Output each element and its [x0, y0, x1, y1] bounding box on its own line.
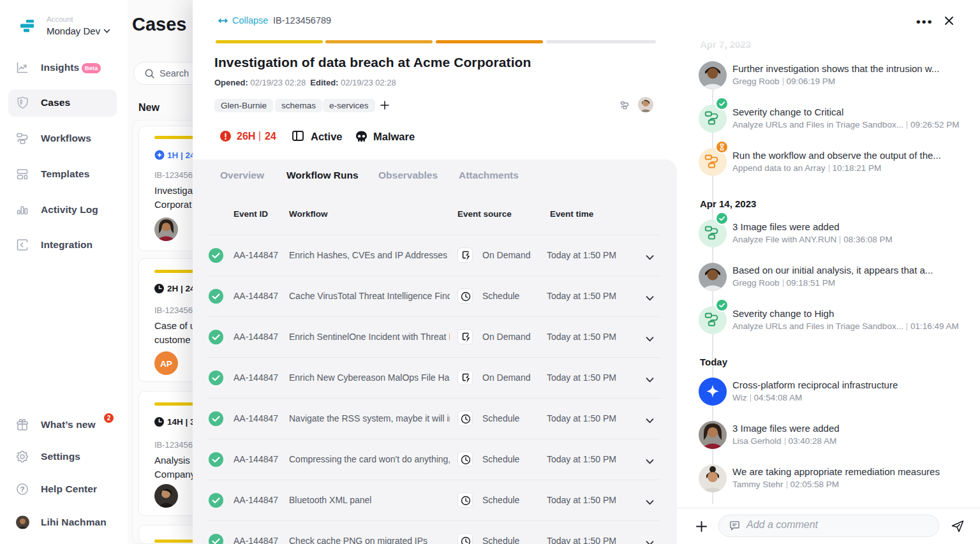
svg-text:AP: AP	[160, 359, 172, 369]
svg-text:?: ?	[20, 485, 24, 493]
